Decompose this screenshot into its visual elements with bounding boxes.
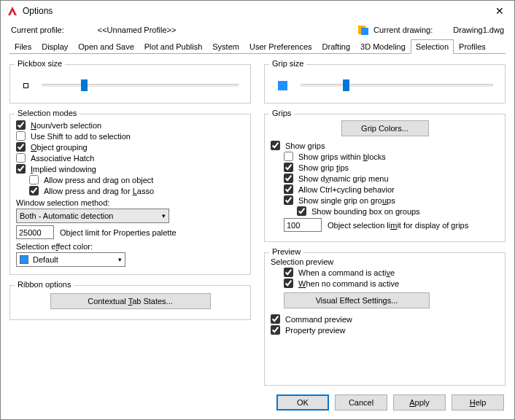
command-preview-label: Command preview	[285, 315, 352, 324]
grip-size-label: Grip size	[269, 59, 306, 68]
ribbon-options-label: Ribbon options	[15, 280, 74, 289]
tab-plot-and-publish[interactable]: Plot and Publish	[139, 39, 208, 54]
no-cmd-active-label: When no command is active	[298, 279, 399, 288]
show-grips-checkbox[interactable]	[271, 141, 280, 150]
associative-hatch-checkbox[interactable]	[16, 153, 26, 163]
preview-label: Preview	[269, 247, 303, 256]
cmd-active-checkbox[interactable]	[284, 268, 293, 277]
tab-display[interactable]: Display	[36, 39, 73, 54]
app-logo-icon	[7, 5, 18, 17]
object-limit-input[interactable]	[16, 225, 54, 239]
tab-content: Pickbox size Selection modes Noun/verb s…	[1, 54, 514, 389]
svg-rect-1	[361, 28, 368, 35]
bbox-groups-label: Show bounding box on groups	[311, 207, 420, 216]
noun-verb-checkbox[interactable]	[16, 120, 26, 130]
close-icon[interactable]: ✕	[491, 4, 508, 18]
cancel-button[interactable]: Cancel	[335, 394, 387, 411]
selection-effect-color-combo[interactable]: Default ▾	[16, 252, 125, 267]
single-grip-groups-label: Show single grip on groups	[298, 196, 395, 205]
cmd-active-label: When a command is active	[298, 268, 395, 277]
chevron-down-icon: ▾	[162, 212, 166, 219]
object-grouping-label: Object grouping	[31, 143, 88, 152]
right-column: Grip size Grips Grip Colors... Show grip…	[264, 60, 506, 386]
ctrl-cycling-label: Allow Ctrl+cycling behavior	[298, 185, 395, 194]
pickbox-size-group: Pickbox size	[9, 64, 251, 104]
dynamic-grip-menu-checkbox[interactable]	[284, 174, 293, 183]
visual-effect-settings-button[interactable]: Visual Effect Settings...	[284, 292, 430, 308]
show-grips-label: Show grips	[285, 141, 325, 150]
window-selection-method-value: Both - Automatic detection	[20, 211, 113, 220]
press-drag-lasso-label: Allow press and drag for Lasso	[44, 187, 154, 195]
press-drag-lasso-checkbox[interactable]	[29, 186, 39, 195]
shift-add-checkbox[interactable]	[16, 131, 26, 141]
dialog-footer: OK Cancel Apply Help	[1, 389, 514, 419]
contextual-tab-states-button[interactable]: Contextual Tab States...	[50, 293, 211, 309]
object-grouping-checkbox[interactable]	[16, 142, 26, 152]
tab-selection[interactable]: Selection	[411, 39, 454, 54]
pickbox-preview-icon	[23, 83, 28, 88]
single-grip-groups-checkbox[interactable]	[284, 195, 293, 205]
preview-group: Preview Selection preview When a command…	[264, 252, 506, 386]
help-button[interactable]: Help	[452, 394, 504, 411]
chevron-down-icon: ▾	[118, 256, 122, 263]
noun-verb-label: Noun/verb selection	[31, 121, 101, 130]
header-row: Current profile: <<Unnamed Profile>> Cur…	[1, 21, 514, 37]
tab-drafting[interactable]: Drafting	[317, 39, 356, 54]
dialog-title: Options	[23, 6, 53, 16]
current-drawing-label: Current drawing:	[373, 26, 433, 34]
tab-strip: Files Display Open and Save Plot and Pub…	[1, 39, 514, 53]
property-preview-checkbox[interactable]	[271, 325, 280, 335]
bbox-groups-checkbox[interactable]	[297, 206, 306, 216]
tab-open-and-save[interactable]: Open and Save	[73, 39, 139, 54]
options-dialog: Options ✕ Current profile: <<Unnamed Pro…	[0, 0, 515, 420]
press-drag-object-label: Allow press and drag on object	[44, 176, 153, 184]
implied-windowing-label: Implied windowing	[31, 165, 96, 174]
titlebar: Options ✕	[1, 1, 514, 21]
pickbox-size-label: Pickbox size	[15, 59, 65, 68]
grip-colors-button[interactable]: Grip Colors...	[341, 120, 429, 136]
selection-effect-color-label: Selection effect color:	[16, 242, 244, 251]
current-profile-label: Current profile:	[11, 26, 64, 34]
grip-preview-icon	[278, 81, 287, 90]
selection-preview-label: Selection preview	[271, 257, 499, 266]
grip-tips-label: Show grip tips	[298, 163, 349, 172]
tab-user-preferences[interactable]: User Preferences	[244, 39, 317, 54]
tab-3d-modeling[interactable]: 3D Modeling	[355, 39, 411, 54]
apply-button[interactable]: Apply	[393, 394, 446, 411]
left-column: Pickbox size Selection modes Noun/verb s…	[9, 60, 251, 386]
current-profile-value: <<Unnamed Profile>>	[98, 26, 177, 34]
no-cmd-active-checkbox[interactable]	[284, 279, 293, 288]
window-selection-method-combo[interactable]: Both - Automatic detection ▾	[16, 209, 169, 223]
press-drag-object-checkbox[interactable]	[29, 175, 39, 184]
grip-display-limit-input[interactable]	[284, 218, 322, 232]
selection-effect-color-value: Default	[33, 255, 58, 264]
associative-hatch-label: Associative Hatch	[31, 154, 94, 163]
dynamic-grip-menu-label: Show dynamic grip menu	[298, 174, 389, 183]
color-swatch-icon	[20, 255, 28, 264]
window-selection-method-label: Window selection method:	[16, 198, 244, 207]
tab-profiles[interactable]: Profiles	[454, 39, 491, 54]
grip-tips-checkbox[interactable]	[284, 163, 293, 172]
pickbox-size-slider[interactable]	[42, 79, 239, 91]
drawing-icon	[357, 24, 369, 36]
shift-add-label: Use Shift to add to selection	[31, 132, 131, 141]
grip-size-slider[interactable]	[301, 79, 493, 91]
object-limit-label: Object limit for Properties palette	[60, 228, 177, 237]
selection-modes-label: Selection modes	[15, 109, 80, 117]
grips-label: Grips	[269, 109, 294, 117]
implied-windowing-checkbox[interactable]	[16, 164, 26, 174]
grips-within-blocks-checkbox[interactable]	[284, 152, 293, 161]
grip-size-group: Grip size	[264, 64, 506, 104]
current-drawing-value: Drawing1.dwg	[453, 26, 504, 34]
ctrl-cycling-checkbox[interactable]	[284, 184, 293, 194]
selection-modes-group: Selection modes Noun/verb selection Use …	[9, 114, 251, 275]
ribbon-options-group: Ribbon options Contextual Tab States...	[9, 285, 251, 320]
grips-within-blocks-label: Show grips within blocks	[298, 152, 386, 161]
property-preview-label: Property preview	[285, 326, 346, 335]
grips-group: Grips Grip Colors... Show grips Show gri…	[264, 114, 506, 242]
grip-display-limit-label: Object selection limit for display of gr…	[328, 221, 468, 230]
ok-button[interactable]: OK	[276, 394, 329, 411]
command-preview-checkbox[interactable]	[271, 314, 280, 324]
tab-files[interactable]: Files	[9, 39, 36, 54]
tab-system[interactable]: System	[207, 39, 244, 54]
